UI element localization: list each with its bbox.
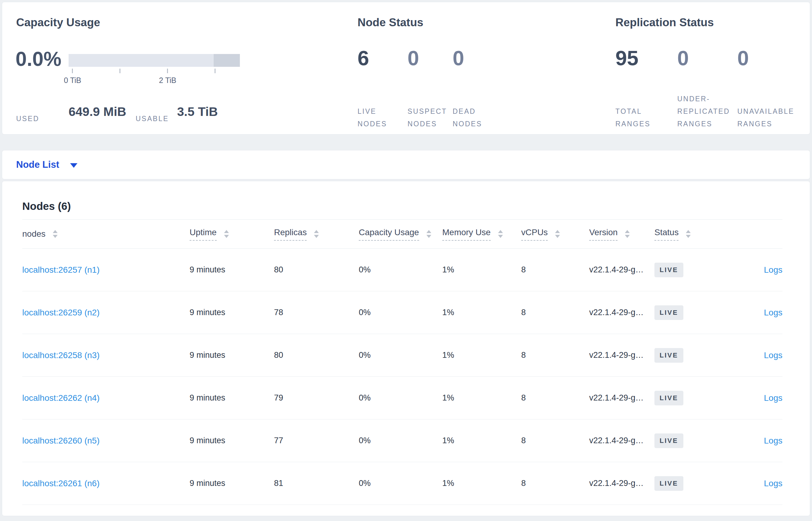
memory-cell: 1%: [442, 350, 521, 360]
vcpus-cell: 8: [521, 308, 589, 317]
column-header-version[interactable]: Version: [589, 228, 654, 241]
nodes-table-header: nodes Uptime Replicas Capacity Usage Mem…: [22, 219, 783, 249]
memory-cell: 1%: [442, 479, 521, 488]
capacity-usage-bar-segment: [214, 54, 240, 67]
logs-link[interactable]: Logs: [764, 479, 783, 488]
capacity-axis-label: 2 TiB: [149, 76, 186, 85]
replicas-cell: 80: [274, 265, 359, 274]
status-badge: LIVE: [654, 348, 684, 363]
replication-status-stats: 95 TOTAL RANGES 0 UNDER- REPLICATED RANG…: [615, 46, 804, 130]
total-ranges-stat: 95 TOTAL RANGES: [615, 46, 677, 130]
column-header-vcpus[interactable]: vCPUs: [521, 228, 589, 241]
uptime-cell: 9 minutes: [190, 308, 274, 317]
status-badge: LIVE: [654, 305, 684, 320]
sort-icon: [53, 230, 57, 238]
capacity-cell: 0%: [359, 393, 442, 403]
under-replicated-ranges-value: 0: [677, 46, 737, 70]
nodes-table-title: Nodes (6): [2, 181, 810, 212]
version-cell: v22.1.4-29-g…: [589, 308, 654, 317]
node-list-dropdown[interactable]: Node List: [16, 159, 77, 170]
capacity-axis-tick: [167, 69, 168, 73]
logs-link[interactable]: Logs: [764, 265, 783, 274]
unavailable-ranges-stat: 0 UNAVAILABLE RANGES: [737, 46, 804, 130]
logs-link[interactable]: Logs: [764, 350, 783, 360]
usable-label: USABLE: [136, 113, 169, 125]
table-row: localhost:26259 (n2) 9 minutes 78 0% 1% …: [22, 291, 783, 334]
replicas-cell: 81: [274, 479, 359, 488]
uptime-cell: 9 minutes: [190, 350, 274, 360]
node-link[interactable]: localhost:26258 (n3): [22, 350, 100, 360]
version-cell: v22.1.4-29-g…: [589, 265, 654, 274]
node-list-dropdown-label: Node List: [16, 159, 59, 170]
memory-cell: 1%: [442, 308, 521, 317]
capacity-axis-tick: [215, 69, 215, 73]
live-nodes-value: 6: [358, 46, 408, 70]
capacity-cell: 0%: [359, 479, 442, 488]
sort-icon: [498, 230, 503, 238]
nodes-panel: Nodes (6) nodes Uptime Replicas Capacity…: [2, 181, 810, 516]
capacity-usage-title: Capacity Usage: [16, 16, 100, 29]
dead-nodes-label: DEAD NODES: [453, 105, 501, 130]
uptime-cell: 9 minutes: [190, 436, 274, 445]
column-header-status[interactable]: Status: [654, 228, 726, 241]
dead-nodes-stat: 0 DEAD NODES: [453, 46, 501, 130]
vcpus-cell: 8: [521, 393, 589, 403]
version-cell: v22.1.4-29-g…: [589, 393, 654, 403]
logs-link[interactable]: Logs: [764, 436, 783, 445]
vcpus-cell: 8: [521, 350, 589, 360]
column-header-nodes[interactable]: nodes: [22, 229, 190, 239]
capacity-cell: 0%: [359, 350, 442, 360]
replicas-cell: 78: [274, 308, 359, 317]
live-nodes-label: LIVE NODES: [358, 105, 408, 130]
memory-cell: 1%: [442, 265, 521, 274]
status-badge: LIVE: [654, 476, 684, 491]
version-cell: v22.1.4-29-g…: [589, 479, 654, 488]
sort-icon: [555, 230, 560, 238]
node-status-stats: 6 LIVE NODES 0 SUSPECT NODES 0 DEAD NODE…: [358, 46, 501, 130]
column-header-capacity-usage[interactable]: Capacity Usage: [359, 228, 442, 241]
column-header-replicas[interactable]: Replicas: [274, 228, 359, 241]
column-header-uptime[interactable]: Uptime: [190, 228, 274, 241]
total-ranges-label: TOTAL RANGES: [615, 105, 677, 130]
status-badge: LIVE: [654, 391, 684, 405]
logs-link[interactable]: Logs: [764, 393, 783, 403]
status-badge: LIVE: [654, 263, 684, 277]
unavailable-ranges-label: UNAVAILABLE RANGES: [737, 105, 804, 130]
node-link[interactable]: localhost:26262 (n4): [22, 393, 100, 403]
sort-icon: [314, 230, 319, 238]
version-cell: v22.1.4-29-g…: [589, 436, 654, 445]
node-link[interactable]: localhost:26260 (n5): [22, 436, 100, 445]
sort-icon: [625, 230, 630, 238]
version-cell: v22.1.4-29-g…: [589, 350, 654, 360]
replicas-cell: 80: [274, 350, 359, 360]
node-link[interactable]: localhost:26261 (n6): [22, 479, 100, 488]
table-row: localhost:26257 (n1) 9 minutes 80 0% 1% …: [22, 249, 783, 291]
node-status-title: Node Status: [358, 16, 423, 29]
view-selector-bar: Node List: [2, 150, 810, 179]
under-replicated-ranges-stat: 0 UNDER- REPLICATED RANGES: [677, 46, 737, 130]
under-replicated-ranges-label: UNDER- REPLICATED RANGES: [677, 93, 737, 130]
column-header-memory-use[interactable]: Memory Use: [442, 228, 521, 241]
status-badge: LIVE: [654, 433, 684, 448]
unavailable-ranges-value: 0: [737, 46, 804, 70]
used-value: 649.9 MiB: [69, 105, 126, 119]
suspect-nodes-value: 0: [408, 46, 453, 70]
replicas-cell: 79: [274, 393, 359, 403]
memory-cell: 1%: [442, 393, 521, 403]
sort-icon: [224, 230, 229, 238]
capacity-axis-label: 0 TiB: [54, 76, 91, 85]
node-link[interactable]: localhost:26259 (n2): [22, 308, 100, 317]
total-ranges-value: 95: [615, 46, 677, 70]
logs-link[interactable]: Logs: [764, 308, 783, 317]
capacity-axis-tick: [119, 69, 120, 73]
uptime-cell: 9 minutes: [190, 393, 274, 403]
vcpus-cell: 8: [521, 479, 589, 488]
dead-nodes-value: 0: [453, 46, 501, 70]
usable-value: 3.5 TiB: [177, 105, 218, 119]
capacity-cell: 0%: [359, 265, 442, 274]
node-link[interactable]: localhost:26257 (n1): [22, 265, 100, 274]
capacity-usage-percent: 0.0%: [16, 47, 61, 70]
replication-status-title: Replication Status: [615, 16, 714, 29]
cluster-overview-panel: Capacity Usage 0.0% 0 TiB 2 TiB USED 649…: [2, 2, 810, 135]
replicas-cell: 77: [274, 436, 359, 445]
